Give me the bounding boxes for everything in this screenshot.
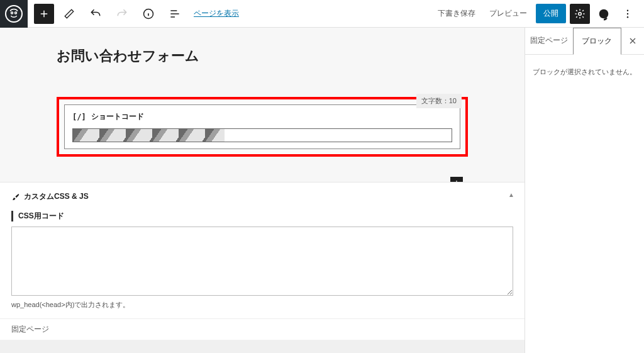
- collapse-toggle-icon[interactable]: ▲: [508, 191, 514, 198]
- add-block-button[interactable]: [34, 4, 54, 24]
- topbar-left: ページを表示: [0, 0, 239, 27]
- undo-button[interactable]: [84, 3, 107, 25]
- css-code-label: CSS用コード: [11, 211, 64, 221]
- custom-css-js-header[interactable]: カスタムCSS & JS: [11, 191, 513, 202]
- shortcode-block-header: [/] ショートコード: [72, 111, 452, 122]
- css-code-note: wp_head(<head>内)で出力されます。: [11, 300, 513, 310]
- custom-css-js-panel: カスタムCSS & JS ▲ CSS用コード wp_head(<head>内)で…: [0, 182, 525, 318]
- word-count-badge: 文字数：10: [416, 94, 462, 108]
- page-title[interactable]: お問い合わせフォーム: [57, 47, 468, 65]
- svg-point-0: [11, 12, 13, 14]
- settings-button[interactable]: [570, 4, 590, 24]
- no-block-selected-message: ブロックが選択されていません。: [533, 68, 636, 76]
- wp-logo-icon: [5, 5, 23, 23]
- svg-point-3: [579, 12, 582, 15]
- info-button[interactable]: [137, 3, 160, 25]
- svg-point-5: [627, 13, 628, 14]
- svg-point-6: [627, 16, 628, 18]
- svg-point-4: [627, 9, 628, 11]
- custom-css-js-title: カスタムCSS & JS: [24, 191, 89, 202]
- theme-indicator-icon[interactable]: [594, 4, 614, 24]
- editor-canvas-area: お問い合わせフォーム 文字数：10 [/] ショートコード: [0, 28, 525, 353]
- editor-topbar: ページを表示 下書き保存 プレビュー 公開: [0, 0, 644, 28]
- edit-mode-button[interactable]: [58, 3, 80, 25]
- close-sidebar-button[interactable]: [621, 28, 644, 54]
- settings-sidebar: 固定ページ ブロック ブロックが選択されていません。: [525, 28, 644, 353]
- preview-button[interactable]: プレビュー: [484, 4, 532, 23]
- sidebar-body: ブロックが選択されていません。: [525, 55, 644, 89]
- sidebar-tabs: 固定ページ ブロック: [525, 28, 644, 55]
- redo-button[interactable]: [111, 3, 133, 25]
- more-options-button[interactable]: [618, 4, 638, 24]
- topbar-right: 下書き保存 プレビュー 公開: [433, 4, 644, 24]
- publish-button[interactable]: 公開: [536, 4, 566, 23]
- brush-icon: [11, 193, 20, 201]
- shortcode-input[interactable]: [72, 128, 452, 142]
- footer-page-type-label: 固定ページ: [0, 318, 525, 340]
- view-page-link[interactable]: ページを表示: [194, 8, 239, 19]
- save-draft-button[interactable]: 下書き保存: [433, 4, 480, 23]
- shortcode-icon: [/]: [72, 113, 86, 121]
- outline-button[interactable]: [164, 3, 186, 25]
- editor-canvas[interactable]: お問い合わせフォーム 文字数：10 [/] ショートコード: [0, 28, 525, 182]
- shortcode-block[interactable]: [/] ショートコード: [64, 104, 460, 149]
- highlighted-block-annotation: [/] ショートコード: [57, 97, 468, 157]
- svg-point-1: [15, 12, 17, 14]
- tab-page[interactable]: 固定ページ: [525, 28, 573, 54]
- css-code-textarea[interactable]: [11, 227, 513, 296]
- close-icon: [628, 36, 638, 46]
- tab-block[interactable]: ブロック: [573, 28, 622, 55]
- wp-logo-button[interactable]: [0, 0, 28, 28]
- shortcode-block-label: ショートコード: [91, 111, 144, 122]
